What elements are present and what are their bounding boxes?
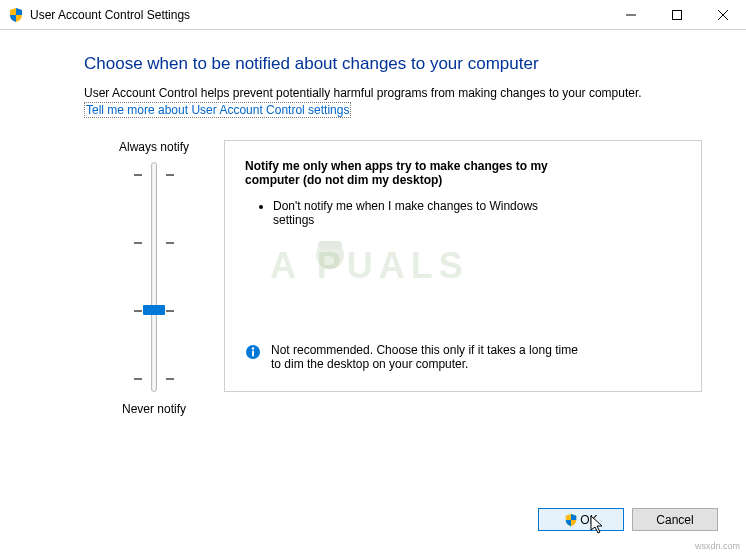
slider-bottom-label: Never notify <box>122 402 186 416</box>
info-bullet: Don't notify me when I make changes to W… <box>273 199 565 227</box>
main-area: Always notify Never notify Notify me onl… <box>84 140 702 416</box>
button-row: OK Cancel <box>538 508 718 531</box>
info-icon <box>245 344 261 360</box>
svg-rect-8 <box>252 351 254 357</box>
recommendation-text: Not recommended. Choose this only if it … <box>271 343 581 371</box>
svg-point-7 <box>252 347 254 349</box>
uac-shield-icon <box>564 513 578 527</box>
ok-button[interactable]: OK <box>538 508 624 531</box>
slider-top-label: Always notify <box>119 140 189 154</box>
ok-button-label: OK <box>580 513 597 527</box>
notification-slider[interactable] <box>134 162 174 392</box>
page-heading: Choose when to be notified about changes… <box>84 54 702 74</box>
maximize-button[interactable] <box>654 0 700 30</box>
minimize-button[interactable] <box>608 0 654 30</box>
slider-tick <box>134 242 174 244</box>
info-box: Notify me only when apps try to make cha… <box>224 140 702 392</box>
cancel-button[interactable]: Cancel <box>632 508 718 531</box>
cancel-button-label: Cancel <box>656 513 693 527</box>
titlebar: User Account Control Settings <box>0 0 746 30</box>
page-description: User Account Control helps prevent poten… <box>84 86 702 100</box>
uac-shield-icon <box>8 7 24 23</box>
info-bullet-list: Don't notify me when I make changes to W… <box>245 199 565 227</box>
content-area: Choose when to be notified about changes… <box>0 30 746 416</box>
slider-tick <box>134 174 174 176</box>
copyright-text: wsxdn.com <box>695 541 740 551</box>
info-title: Notify me only when apps try to make cha… <box>245 159 575 187</box>
close-button[interactable] <box>700 0 746 30</box>
learn-more-link[interactable]: Tell me more about User Account Control … <box>84 102 351 118</box>
slider-thumb[interactable] <box>143 305 165 315</box>
slider-tick <box>134 378 174 380</box>
window-title: User Account Control Settings <box>30 8 608 22</box>
svg-rect-1 <box>673 10 682 19</box>
slider-column: Always notify Never notify <box>84 140 224 416</box>
recommendation-row: Not recommended. Choose this only if it … <box>245 343 681 371</box>
slider-track <box>151 162 157 392</box>
